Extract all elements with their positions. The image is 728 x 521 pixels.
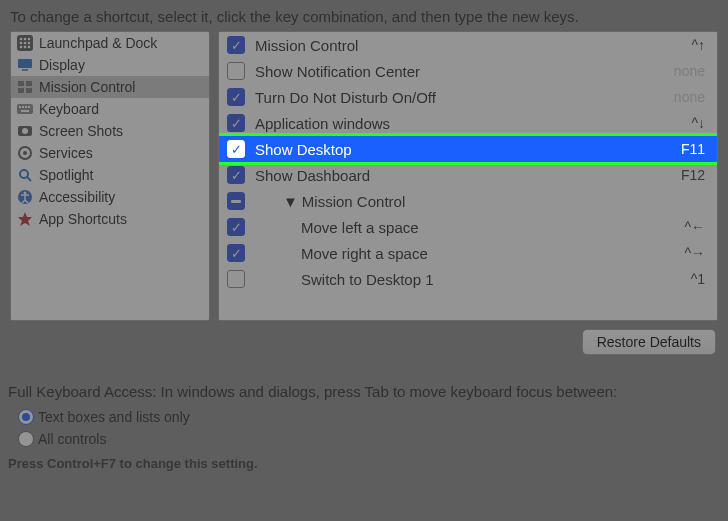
shortcut-key[interactable]: none bbox=[657, 89, 705, 105]
appshortcuts-icon bbox=[17, 211, 33, 227]
accessibility-icon bbox=[17, 189, 33, 205]
shortcut-checkbox[interactable] bbox=[227, 218, 245, 236]
radio-text-boxes[interactable] bbox=[18, 409, 34, 425]
shortcut-label: Switch to Desktop 1 bbox=[255, 271, 647, 288]
svg-rect-14 bbox=[18, 88, 24, 93]
shortcut-checkbox[interactable] bbox=[227, 270, 245, 288]
restore-defaults-button[interactable]: Restore Defaults bbox=[582, 329, 716, 355]
svg-point-1 bbox=[20, 38, 23, 41]
svg-rect-15 bbox=[26, 88, 32, 93]
radio-text-boxes-label: Text boxes and lists only bbox=[38, 409, 190, 425]
shortcuts-list[interactable]: Mission Control^↑Show Notification Cente… bbox=[218, 31, 718, 321]
shortcut-row[interactable]: Move left a space^← bbox=[219, 214, 717, 240]
svg-point-26 bbox=[20, 170, 28, 178]
svg-point-2 bbox=[24, 38, 27, 41]
shortcut-label: Show Notification Center bbox=[255, 63, 647, 80]
svg-point-8 bbox=[24, 46, 27, 49]
svg-point-29 bbox=[24, 192, 27, 195]
sidebar-item-label: Launchpad & Dock bbox=[39, 35, 157, 51]
svg-rect-11 bbox=[22, 69, 28, 71]
svg-rect-13 bbox=[26, 81, 32, 86]
shortcut-row[interactable]: Mission Control^↑ bbox=[219, 32, 717, 58]
sidebar-item-accessibility[interactable]: Accessibility bbox=[11, 186, 209, 208]
shortcut-checkbox[interactable] bbox=[227, 88, 245, 106]
svg-point-9 bbox=[28, 46, 31, 49]
shortcut-checkbox[interactable] bbox=[227, 244, 245, 262]
sidebar-item-keyboard[interactable]: Keyboard bbox=[11, 98, 209, 120]
sidebar-item-display[interactable]: Display bbox=[11, 54, 209, 76]
launchpad-icon bbox=[17, 35, 33, 51]
shortcut-checkbox[interactable] bbox=[227, 192, 245, 210]
shortcut-checkbox[interactable] bbox=[227, 140, 245, 158]
shortcut-row[interactable]: Switch to Desktop 1^1 bbox=[219, 266, 717, 292]
shortcut-key[interactable]: ^1 bbox=[657, 271, 705, 287]
radio-all-controls-label: All controls bbox=[38, 431, 106, 447]
services-icon bbox=[17, 145, 33, 161]
svg-rect-19 bbox=[25, 106, 27, 108]
shortcut-key[interactable]: ^← bbox=[657, 219, 705, 235]
shortcut-key[interactable]: ^↑ bbox=[657, 37, 705, 53]
display-icon bbox=[17, 57, 33, 73]
svg-rect-16 bbox=[17, 104, 33, 114]
sidebar-item-mission[interactable]: Mission Control bbox=[11, 76, 209, 98]
shortcut-key[interactable]: ^↓ bbox=[657, 115, 705, 131]
sidebar-item-label: Keyboard bbox=[39, 101, 99, 117]
sidebar-item-spotlight[interactable]: Spotlight bbox=[11, 164, 209, 186]
shortcut-label: Mission Control bbox=[255, 37, 647, 54]
shortcut-row[interactable]: Show DesktopF11 bbox=[219, 136, 717, 162]
sidebar-item-launchpad[interactable]: Launchpad & Dock bbox=[11, 32, 209, 54]
radio-all-controls[interactable] bbox=[18, 431, 34, 447]
svg-rect-10 bbox=[18, 59, 32, 68]
shortcut-checkbox[interactable] bbox=[227, 62, 245, 80]
sidebar-item-screenshot[interactable]: Screen Shots bbox=[11, 120, 209, 142]
shortcut-key[interactable]: ^→ bbox=[657, 245, 705, 261]
shortcut-label: ▼Mission Control bbox=[255, 193, 647, 210]
shortcut-key[interactable]: F11 bbox=[657, 141, 705, 157]
sidebar-item-label: App Shortcuts bbox=[39, 211, 127, 227]
sidebar-item-label: Mission Control bbox=[39, 79, 135, 95]
category-sidebar[interactable]: Launchpad & DockDisplayMission ControlKe… bbox=[10, 31, 210, 321]
svg-point-4 bbox=[20, 42, 23, 45]
svg-line-27 bbox=[27, 177, 31, 181]
svg-point-5 bbox=[24, 42, 27, 45]
mission-icon bbox=[17, 79, 33, 95]
shortcut-row[interactable]: Turn Do Not Disturb On/Offnone bbox=[219, 84, 717, 110]
sidebar-item-appshortcuts[interactable]: App Shortcuts bbox=[11, 208, 209, 230]
shortcut-row[interactable]: Application windows^↓ bbox=[219, 110, 717, 136]
shortcut-row[interactable]: Move right a space^→ bbox=[219, 240, 717, 266]
shortcut-checkbox[interactable] bbox=[227, 36, 245, 54]
shortcut-row[interactable]: Show DashboardF12 bbox=[219, 162, 717, 188]
svg-rect-18 bbox=[22, 106, 24, 108]
shortcut-label: Turn Do Not Disturb On/Off bbox=[255, 89, 647, 106]
sidebar-item-services[interactable]: Services bbox=[11, 142, 209, 164]
screenshot-icon bbox=[17, 123, 33, 139]
shortcut-label: Move right a space bbox=[255, 245, 647, 262]
sidebar-item-label: Services bbox=[39, 145, 93, 161]
shortcut-row[interactable]: Show Notification Centernone bbox=[219, 58, 717, 84]
svg-rect-21 bbox=[21, 110, 29, 112]
svg-rect-20 bbox=[28, 106, 30, 108]
shortcut-checkbox[interactable] bbox=[227, 114, 245, 132]
shortcut-label: Show Dashboard bbox=[255, 167, 647, 184]
svg-point-7 bbox=[20, 46, 23, 49]
keyboard-access-hint: Press Control+F7 to change this setting. bbox=[0, 450, 728, 471]
shortcut-key[interactable]: F12 bbox=[657, 167, 705, 183]
shortcut-row[interactable]: ▼Mission Control bbox=[219, 188, 717, 214]
shortcut-checkbox[interactable] bbox=[227, 166, 245, 184]
disclosure-triangle-icon[interactable]: ▼ bbox=[283, 193, 298, 210]
svg-point-6 bbox=[28, 42, 31, 45]
svg-point-3 bbox=[28, 38, 31, 41]
spotlight-icon bbox=[17, 167, 33, 183]
shortcut-key[interactable]: none bbox=[657, 63, 705, 79]
sidebar-item-label: Display bbox=[39, 57, 85, 73]
shortcut-label: Show Desktop bbox=[255, 141, 647, 158]
svg-rect-12 bbox=[18, 81, 24, 86]
shortcut-label: Move left a space bbox=[255, 219, 647, 236]
svg-point-25 bbox=[23, 151, 27, 155]
keyboard-access-heading: Full Keyboard Access: In windows and dia… bbox=[0, 355, 728, 400]
sidebar-item-label: Spotlight bbox=[39, 167, 93, 183]
sidebar-item-label: Screen Shots bbox=[39, 123, 123, 139]
sidebar-item-label: Accessibility bbox=[39, 189, 115, 205]
shortcut-label: Application windows bbox=[255, 115, 647, 132]
keyboard-access-radios: Text boxes and lists only All controls bbox=[0, 400, 728, 450]
